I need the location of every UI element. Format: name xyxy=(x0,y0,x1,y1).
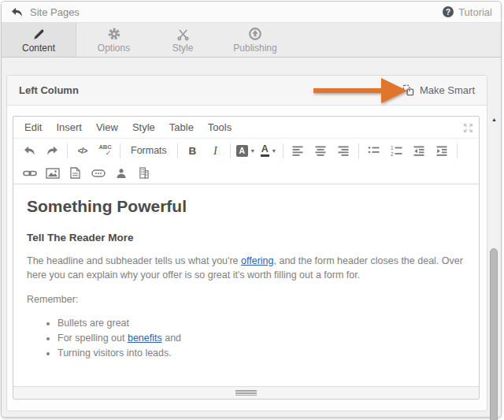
tab-bar: Content Options Style Publishing xyxy=(2,23,501,58)
menu-table[interactable]: Table xyxy=(162,118,201,136)
pencil-icon xyxy=(32,26,46,41)
document-icon xyxy=(70,167,80,179)
tab-publishing[interactable]: Publishing xyxy=(214,23,296,57)
toolbar-separator xyxy=(358,143,359,158)
menu-style[interactable]: Style xyxy=(125,118,162,136)
person-icon xyxy=(116,168,127,179)
paragraph-text: The headline and subheader tells us what… xyxy=(27,255,241,266)
content-heading: Something Powerful xyxy=(27,197,465,216)
tab-publishing-label: Publishing xyxy=(233,43,276,54)
menu-view[interactable]: View xyxy=(89,118,125,136)
module-body: Edit Insert View Style Table Tools xyxy=(7,106,487,411)
toolbar-separator xyxy=(283,143,284,158)
tab-content-label: Content xyxy=(22,43,55,54)
toolbar-row-1: </> ABC ✓ Formats B I xyxy=(13,139,479,162)
editor-panel: Site Pages ? Tutorial Content Options St… xyxy=(1,1,502,418)
content-paragraph: The headline and subheader tells us what… xyxy=(27,254,465,282)
italic-button[interactable]: I xyxy=(204,142,227,159)
back-to-site-pages[interactable]: Site Pages xyxy=(10,6,80,18)
spellcheck-button[interactable]: ABC ✓ xyxy=(94,142,117,159)
remember-text: Remember: xyxy=(27,292,465,307)
tab-options[interactable]: Options xyxy=(76,23,151,57)
outdent-icon xyxy=(413,146,424,156)
help-icon: ? xyxy=(443,6,454,17)
back-arrow-icon xyxy=(10,7,24,17)
tutorial-label: Tutorial xyxy=(458,6,492,18)
resize-handle-icon[interactable] xyxy=(235,390,257,396)
menu-insert[interactable]: Insert xyxy=(49,118,89,136)
formats-dropdown[interactable]: Formats xyxy=(124,142,174,159)
bullet-list: Bullets are great For spelling out benef… xyxy=(27,316,465,360)
text-color-button[interactable]: A ▾ xyxy=(257,142,280,159)
list-item-text: For spelling out xyxy=(57,333,128,344)
insert-cta-button[interactable] xyxy=(87,165,109,182)
scrollbar-thumb[interactable] xyxy=(490,248,498,420)
toolbar-separator xyxy=(230,143,231,158)
toolbar-separator xyxy=(177,143,178,158)
scrollbar-track[interactable] xyxy=(490,125,498,412)
back-label: Site Pages xyxy=(30,6,80,18)
list-item: For spelling out benefits and xyxy=(57,331,465,346)
undo-button[interactable] xyxy=(18,142,41,159)
background-color-button[interactable]: A ▾ xyxy=(234,142,257,159)
outdent-button[interactable] xyxy=(408,142,431,159)
tab-style-label: Style xyxy=(172,43,194,54)
tab-style[interactable]: Style xyxy=(151,23,214,57)
make-smart-button[interactable]: Make Smart xyxy=(402,84,475,96)
content-subheading: Tell The Reader More xyxy=(27,232,465,243)
tutorial-button[interactable]: ? Tutorial xyxy=(443,6,492,18)
fullscreen-icon xyxy=(463,123,473,133)
toolbar-row-2 xyxy=(13,162,479,184)
make-smart-label: Make Smart xyxy=(420,84,475,96)
menu-edit[interactable]: Edit xyxy=(17,118,49,136)
list-item: Turning visitors into leads. xyxy=(57,346,465,361)
benefits-link[interactable]: benefits xyxy=(128,333,162,344)
chevron-down-icon: ▾ xyxy=(272,147,276,154)
fullscreen-button[interactable] xyxy=(463,122,473,136)
redo-button[interactable] xyxy=(41,142,64,159)
editable-content[interactable]: Something Powerful Tell The Reader More … xyxy=(13,184,479,386)
tab-options-label: Options xyxy=(98,43,130,54)
module-title: Left Column xyxy=(19,84,79,96)
align-left-icon xyxy=(292,146,303,156)
insert-link-button[interactable] xyxy=(18,165,41,182)
insert-document-button[interactable] xyxy=(64,165,87,182)
insert-image-button[interactable] xyxy=(41,165,64,182)
scroll-up-icon[interactable]: ▲ xyxy=(490,116,498,123)
smart-content-icon xyxy=(402,84,414,96)
align-center-button[interactable] xyxy=(309,142,332,159)
offering-link[interactable]: offering xyxy=(241,255,273,266)
numbered-list-icon: 12 xyxy=(391,146,402,156)
text-color-icon: A xyxy=(261,144,269,157)
background-color-icon: A xyxy=(236,145,248,157)
list-item: Bullets are great xyxy=(57,316,465,331)
cta-icon xyxy=(91,169,106,177)
bullet-list-icon xyxy=(368,146,380,156)
module-header: Left Column Make Smart xyxy=(7,76,487,106)
align-right-button[interactable] xyxy=(332,142,355,159)
align-left-button[interactable] xyxy=(287,142,309,159)
toolbar-separator xyxy=(457,143,458,158)
editor-statusbar xyxy=(13,386,479,399)
source-code-button[interactable]: </> xyxy=(71,142,94,159)
embed-module-button[interactable] xyxy=(132,165,155,182)
personalize-button[interactable] xyxy=(109,165,132,182)
menu-tools[interactable]: Tools xyxy=(201,118,239,136)
link-icon xyxy=(23,169,37,178)
numbered-list-button[interactable]: 12 xyxy=(385,142,408,159)
bold-button[interactable]: B xyxy=(181,142,204,159)
indent-button[interactable] xyxy=(431,142,454,159)
toolbar-separator xyxy=(120,143,120,158)
bullet-list-button[interactable] xyxy=(362,142,385,159)
editor-toolbars: </> ABC ✓ Formats B I xyxy=(13,139,479,184)
svg-text:1: 1 xyxy=(391,146,394,151)
list-item-text: and xyxy=(162,333,181,344)
panel-scrollbar: ▲ xyxy=(490,116,498,412)
rich-text-editor: Edit Insert View Style Table Tools xyxy=(13,116,480,400)
image-icon xyxy=(46,168,60,179)
toolbar-separator xyxy=(67,143,68,158)
undo-icon xyxy=(24,146,35,156)
tab-content[interactable]: Content xyxy=(2,23,76,57)
redo-icon xyxy=(46,146,58,156)
top-bar: Site Pages ? Tutorial xyxy=(2,2,501,23)
